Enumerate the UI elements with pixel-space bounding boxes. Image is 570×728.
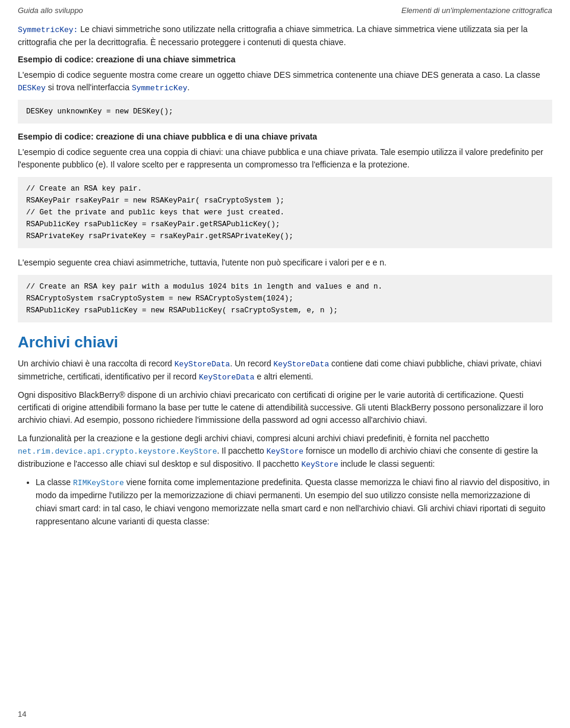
bullet-list: La classe RIMKeyStore viene fornita come… <box>36 476 552 528</box>
keystoredata-code2: KeyStoreData <box>274 360 330 369</box>
header-left: Guida allo sviluppo <box>18 6 83 15</box>
code-block-1: DESKey unknownKey = new DESKey(); <box>18 100 552 124</box>
symmetrickey-code: SymmetricKey <box>132 84 188 93</box>
code-block-3: // Create an RSA key pair with a modulus… <box>18 275 552 322</box>
archivi-p1-end: e altri elementi. <box>255 372 314 381</box>
keystoredata-code3: KeyStoreData <box>199 373 255 382</box>
section1-paragraph: L'esempio di codice seguente mostra come… <box>18 69 552 94</box>
keystoredata-code1: KeyStoreData <box>175 360 230 369</box>
list-item: La classe RIMKeyStore viene fornita come… <box>36 476 552 528</box>
header-right: Elementi di un'implementazione crittogra… <box>401 6 552 15</box>
archivi-p1-mid: . Un record <box>230 359 273 368</box>
archivi-paragraph3: La funzionalità per la creazione e la ge… <box>18 432 552 470</box>
intro-text: Le chiavi simmetriche sono utilizzate ne… <box>18 24 528 47</box>
keystore-code3: KeyStore <box>301 460 338 469</box>
section1-p1-end: . <box>188 83 190 92</box>
keystore-code2: KeyStore <box>267 447 303 456</box>
main-content: SymmetricKey: Le chiavi simmetriche sono… <box>0 18 570 546</box>
archivi-paragraph2: Ogni dispositivo BlackBerry® dispone di … <box>18 389 552 426</box>
symmetric-key-code: SymmetricKey: <box>18 26 78 34</box>
archivi-p1-before: Un archivio chiavi è una raccolta di rec… <box>18 359 175 368</box>
section2-heading: Esempio di codice: creazione di una chia… <box>18 132 552 141</box>
bullet-prefix: La classe <box>36 477 73 487</box>
deskey-code: DESKey <box>18 84 46 93</box>
archivi-p3-before: La funzionalità per la creazione e la ge… <box>18 433 489 443</box>
archivi-heading: Archivi chiavi <box>18 333 552 352</box>
intro-paragraph: SymmetricKey: Le chiavi simmetriche sono… <box>18 23 552 49</box>
section2-paragraph: L'esempio di codice seguente crea una co… <box>18 146 552 171</box>
section1-heading: Esempio di codice: creazione di una chia… <box>18 55 552 64</box>
archivi-p3-mid: . Il pacchetto <box>217 446 266 455</box>
keystore-link-code: net.rim.device.api.crypto.keystore.KeySt… <box>18 447 217 456</box>
section1-p1-text: L'esempio di codice seguente mostra come… <box>18 70 540 80</box>
section2-paragraph2: L'esempio seguente crea chiavi asimmetri… <box>18 257 552 269</box>
rimkeystore-code: RIMKeyStore <box>73 479 124 488</box>
code-block-2: // Create an RSA key pair. RSAKeyPair rs… <box>18 177 552 248</box>
archivi-paragraph1: Un archivio chiavi è una raccolta di rec… <box>18 357 552 383</box>
archivi-p3-end: include le classi seguenti: <box>338 459 435 469</box>
page-number: 14 <box>18 710 26 718</box>
section1-p1-mid: si trova nell'interfaccia <box>46 83 132 92</box>
